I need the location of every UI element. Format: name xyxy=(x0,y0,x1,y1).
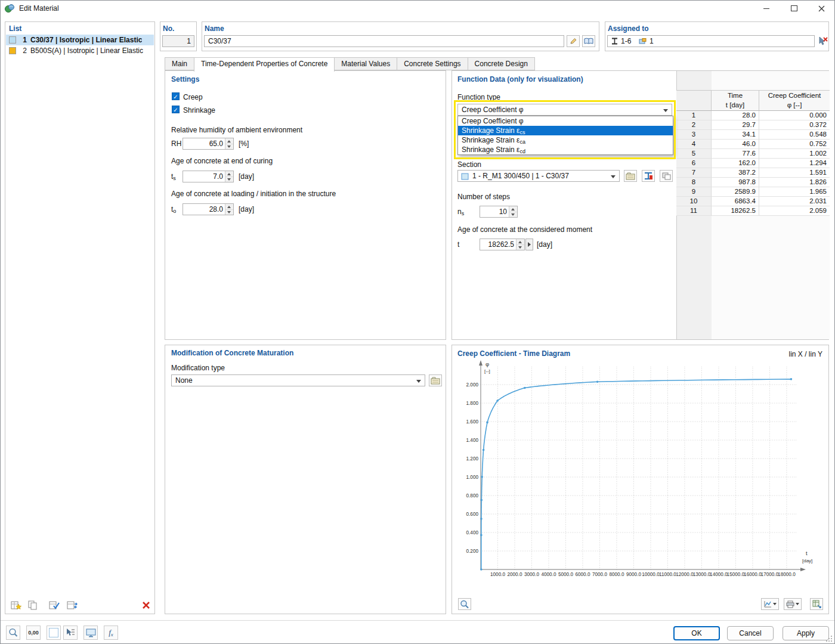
spinner-up-button[interactable] xyxy=(225,171,233,177)
ts-label: ts xyxy=(171,172,176,181)
delete-material-button[interactable] xyxy=(139,599,153,611)
tab-concrete-settings[interactable]: Concrete Settings xyxy=(397,57,467,70)
check-materials-button[interactable] xyxy=(47,599,61,611)
svg-text:0.600: 0.600 xyxy=(466,512,479,517)
footer-bar: 0,00 fx OK Cancel Apply xyxy=(0,620,835,644)
material-name-value: C30/37 xyxy=(208,37,231,45)
color-scheme-button[interactable] xyxy=(47,626,61,640)
zoom-reset-button[interactable] xyxy=(458,598,471,610)
find-button[interactable] xyxy=(6,626,20,640)
function-type-combo[interactable]: Creep Coefficient φ xyxy=(457,104,672,116)
maximize-button[interactable] xyxy=(780,0,808,17)
shrinkage-checkbox[interactable] xyxy=(172,106,180,113)
table-row[interactable]: 229.70.372 xyxy=(676,120,830,130)
deselect-icon xyxy=(818,36,828,46)
tab-material-values[interactable]: Material Values xyxy=(335,57,397,70)
svg-text:12000.0: 12000.0 xyxy=(676,572,694,577)
section-combo[interactable]: 1 - R_M1 300/450 | 1 - C30/37 xyxy=(457,170,620,182)
tab-concrete-design[interactable]: Concrete Design xyxy=(468,57,535,70)
steps-input[interactable]: 10 xyxy=(480,206,518,218)
material-name-input[interactable]: C30/37 xyxy=(204,35,564,47)
dropdown-option[interactable]: Shrinkage Strain εcd xyxy=(458,145,673,154)
tab-time-dependent[interactable]: Time-Dependent Properties of Concrete xyxy=(194,57,335,72)
list-item-b500s[interactable]: 2 B500S(A) | Isotropic | Linear Elastic xyxy=(6,45,154,56)
svg-text:11000.0: 11000.0 xyxy=(659,572,676,577)
import-material-button[interactable] xyxy=(65,599,79,611)
spinner-up-button[interactable] xyxy=(509,206,517,212)
table-row[interactable]: 6162.01.294 xyxy=(676,159,830,168)
ts-input[interactable]: 7.0 xyxy=(183,171,234,182)
pointer-list-icon xyxy=(66,628,75,637)
table-row[interactable]: 106863.42.031 xyxy=(676,197,830,206)
spinner-down-button[interactable] xyxy=(509,212,517,218)
dropdown-option[interactable]: Shrinkage Strain εcs xyxy=(458,126,673,135)
modification-type-combo[interactable]: None xyxy=(171,374,425,386)
svg-text:13000.0: 13000.0 xyxy=(693,572,711,577)
deselect-button[interactable] xyxy=(816,35,829,47)
table-row[interactable]: 1118262.52.059 xyxy=(676,206,830,216)
table-row[interactable]: 8987.81.826 xyxy=(676,178,830,187)
diagram-type-button[interactable] xyxy=(761,598,779,610)
apply-button[interactable]: Apply xyxy=(783,626,829,640)
material-library-button[interactable] xyxy=(582,35,595,47)
spinner-down-button[interactable] xyxy=(517,245,524,250)
svg-text:φ: φ xyxy=(485,361,489,367)
list-item-c3037[interactable]: 1 C30/37 | Isotropic | Linear Elastic xyxy=(6,35,154,45)
ok-button[interactable]: OK xyxy=(673,626,720,640)
dropdown-option[interactable]: Creep Coefficient φ xyxy=(458,116,673,126)
new-section-button[interactable] xyxy=(660,170,673,182)
section-info-button[interactable] xyxy=(642,170,655,182)
member-icon xyxy=(611,38,618,45)
function-data-panel: Function Data (only for visualization) F… xyxy=(451,70,829,340)
function-data-title: Function Data (only for visualization) xyxy=(457,75,583,83)
t0-input[interactable]: 28.0 xyxy=(183,203,234,215)
app-icon xyxy=(5,4,14,13)
table-row[interactable]: 92589.91.965 xyxy=(676,187,830,197)
spinner-up-button[interactable] xyxy=(225,138,233,144)
table-row[interactable]: 7387.21.591 xyxy=(676,168,830,178)
close-icon xyxy=(818,5,825,12)
creep-checkbox[interactable] xyxy=(172,92,180,100)
svg-text:t: t xyxy=(806,550,808,556)
new-material-button[interactable] xyxy=(9,599,23,611)
decimal-places-button[interactable]: 0,00 xyxy=(26,626,41,640)
section-label: Section xyxy=(457,160,481,169)
export-button[interactable] xyxy=(810,598,823,610)
display-settings-button[interactable] xyxy=(84,626,98,640)
table-row[interactable]: 128.00.000 xyxy=(676,111,830,120)
window-title: Edit Material xyxy=(19,4,59,13)
close-button[interactable] xyxy=(808,0,835,17)
spinner-up-button[interactable] xyxy=(225,204,233,210)
steps-spinner xyxy=(509,206,517,217)
svg-text:6000.0: 6000.0 xyxy=(575,572,590,577)
material-color-swatch xyxy=(9,36,16,44)
resize-grip[interactable] xyxy=(825,635,833,642)
new-material-icon xyxy=(11,600,21,610)
spinner-up-button[interactable] xyxy=(517,239,524,245)
print-button[interactable] xyxy=(784,598,802,610)
minimize-button[interactable] xyxy=(753,0,780,17)
spinner-down-button[interactable] xyxy=(225,210,233,215)
section-library-button[interactable] xyxy=(624,170,637,182)
table-row[interactable]: 334.10.548 xyxy=(676,130,830,140)
dropdown-option[interactable]: Shrinkage Strain εca xyxy=(458,135,673,145)
function-editor-button[interactable]: fx xyxy=(104,626,118,640)
table-row[interactable]: 446.00.752 xyxy=(676,140,830,149)
table-row[interactable]: 577.61.002 xyxy=(676,149,830,159)
rh-input[interactable]: 65.0 xyxy=(183,138,234,150)
age-spinner xyxy=(516,239,524,250)
step-forward-button[interactable] xyxy=(525,239,533,250)
rename-button[interactable] xyxy=(567,35,580,47)
tab-main[interactable]: Main xyxy=(165,57,194,70)
copy-material-button[interactable] xyxy=(26,599,40,611)
t0-value: 28.0 xyxy=(209,205,223,213)
spinner-down-button[interactable] xyxy=(225,144,233,150)
svg-text:1.400: 1.400 xyxy=(466,438,479,443)
spinner-down-button[interactable] xyxy=(225,177,233,182)
object-icon xyxy=(639,38,647,45)
pick-button[interactable] xyxy=(63,626,78,640)
maturation-library-button[interactable] xyxy=(429,374,442,386)
cancel-button[interactable]: Cancel xyxy=(727,626,774,640)
age-input[interactable]: 18262.5 xyxy=(480,239,525,250)
number-box: No. 1 xyxy=(160,21,197,51)
